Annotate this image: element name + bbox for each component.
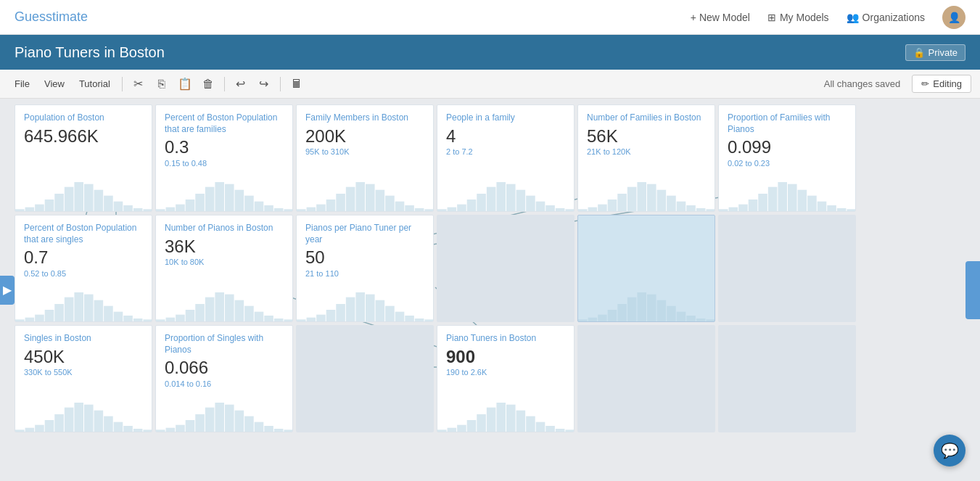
svg-rect-138	[424, 319, 434, 321]
svg-rect-57	[457, 205, 466, 211]
svg-rect-147	[657, 300, 667, 321]
svg-rect-87	[758, 194, 767, 211]
cell-highlighted-r2c5[interactable]	[577, 215, 715, 322]
cell-range: 21K to 120K	[587, 147, 706, 156]
organizations-button[interactable]: 👥 Organizations	[847, 12, 925, 23]
cell-num-families[interactable]: Number of Families in Boston 56K 21K to …	[577, 104, 715, 212]
cell-grid: Population of Boston 645.966K Percent of…	[15, 104, 980, 432]
svg-rect-159	[74, 403, 83, 432]
svg-rect-19	[74, 182, 83, 211]
svg-rect-132	[366, 295, 375, 321]
svg-rect-173	[215, 403, 224, 432]
page-title: Piano Tuners in Boston	[15, 44, 165, 61]
svg-rect-78	[667, 196, 676, 211]
cell-pct-families[interactable]: Percent of Boston Population that are fa…	[155, 104, 293, 212]
svg-rect-125	[297, 319, 306, 321]
svg-rect-53	[415, 208, 424, 211]
svg-rect-144	[627, 297, 637, 321]
cell-range: 0.15 to 0.48	[165, 159, 284, 168]
cell-num-pianos-boston[interactable]: Number of Pianos in Boston 36K 10K to 80…	[155, 215, 293, 322]
svg-rect-118	[225, 295, 234, 321]
svg-rect-88	[768, 187, 778, 211]
svg-rect-104	[84, 295, 94, 321]
cell-people-family[interactable]: People in a family 4 2 to 7.2	[437, 104, 575, 212]
view-menu[interactable]: View	[38, 75, 70, 92]
svg-rect-164	[123, 426, 133, 432]
svg-rect-112	[166, 318, 176, 321]
cut-button[interactable]: ✂	[128, 74, 149, 94]
svg-rect-31	[195, 194, 205, 211]
right-panel-hint[interactable]	[965, 261, 980, 319]
brand-logo[interactable]: Guesstimate	[15, 9, 691, 25]
delete-button[interactable]: 🗑	[198, 74, 218, 94]
cell-singles-boston[interactable]: Singles in Boston 450K 330K to 550K	[15, 325, 152, 432]
cell-pct-singles[interactable]: Percent of Boston Population that are si…	[15, 215, 152, 322]
svg-rect-65	[536, 202, 545, 211]
cell-range: 95K to 310K	[305, 147, 424, 156]
cell-title: Proportion of Families with Pianos	[728, 112, 847, 135]
svg-rect-86	[749, 200, 758, 211]
svg-rect-128	[326, 310, 336, 321]
sidebar-toggle[interactable]: ▶	[0, 276, 15, 305]
svg-rect-121	[255, 312, 264, 321]
cell-value: 0.099	[728, 138, 847, 157]
cell-piano-tuners-boston[interactable]: Piano Tuners in Boston 900 190 to 2.6K	[437, 325, 575, 432]
cell-prop-families-pianos[interactable]: Proportion of Families with Pianos 0.099…	[718, 104, 856, 212]
toolbar: File View Tutorial ✂ ⎘ 📋 🗑 ↩ ↪ 🖩 All cha…	[0, 70, 980, 99]
svg-rect-184	[467, 420, 477, 432]
svg-rect-150	[686, 316, 696, 321]
svg-rect-146	[647, 295, 656, 321]
editing-button[interactable]: ✏ Editing	[912, 75, 971, 93]
svg-rect-123	[274, 318, 284, 321]
svg-rect-181	[437, 429, 447, 432]
svg-rect-171	[195, 414, 205, 432]
svg-rect-47	[355, 182, 365, 211]
cell-title: Percent of Boston Population that are si…	[24, 223, 143, 245]
svg-rect-18	[65, 187, 74, 211]
svg-rect-172	[205, 408, 215, 432]
svg-rect-34	[225, 184, 234, 211]
svg-rect-70	[588, 207, 598, 211]
svg-rect-148	[667, 306, 676, 321]
tutorial-menu[interactable]: Tutorial	[73, 75, 116, 92]
svg-rect-166	[143, 429, 152, 432]
cell-range: 190 to 2.6K	[446, 368, 565, 377]
svg-rect-185	[477, 414, 486, 432]
cell-empty-r3c3	[296, 325, 434, 432]
cell-pianos-per-tuner[interactable]: Pianos per Piano Tuner per year 50 21 to…	[296, 215, 434, 322]
svg-rect-177	[255, 422, 264, 432]
my-models-button[interactable]: ⊞ My Models	[767, 12, 829, 23]
svg-rect-96	[847, 209, 856, 211]
cell-title: Percent of Boston Population that are fa…	[165, 112, 284, 135]
new-model-button[interactable]: + New Model	[691, 12, 750, 23]
svg-rect-167	[156, 429, 165, 432]
svg-rect-77	[657, 190, 667, 211]
cell-family-members[interactable]: Family Members in Boston 200K 95K to 310…	[296, 104, 434, 212]
svg-rect-106	[104, 306, 113, 321]
cell-empty-r2c6	[718, 215, 856, 322]
svg-rect-193	[556, 429, 565, 432]
svg-rect-136	[405, 316, 414, 321]
chat-bubble[interactable]: 💬	[934, 435, 965, 466]
cell-value: 0.066	[165, 358, 284, 377]
svg-rect-74	[627, 187, 637, 211]
svg-rect-111	[156, 319, 165, 321]
svg-rect-161	[94, 411, 104, 432]
svg-rect-176	[244, 416, 254, 432]
undo-button[interactable]: ↩	[231, 74, 251, 94]
copy-button[interactable]: ⎘	[152, 74, 172, 94]
cell-population-boston[interactable]: Population of Boston 645.966K	[15, 104, 152, 212]
redo-button[interactable]: ↪	[254, 74, 274, 94]
calculator-button[interactable]: 🖩	[287, 74, 307, 94]
cell-prop-singles-pianos[interactable]: Proportion of Singles with Pianos 0.066 …	[155, 325, 293, 432]
cell-empty-r2c4[interactable]	[437, 215, 575, 322]
paste-button[interactable]: 📋	[175, 74, 195, 94]
svg-rect-63	[516, 190, 526, 211]
svg-rect-116	[205, 297, 215, 321]
cell-value: 0.3	[165, 138, 284, 157]
private-badge[interactable]: 🔒 Private	[905, 44, 965, 61]
cell-empty-r3c5	[577, 325, 715, 432]
file-menu[interactable]: File	[9, 75, 36, 92]
people-icon: 👥	[847, 12, 859, 23]
avatar[interactable]: 👤	[942, 6, 965, 29]
